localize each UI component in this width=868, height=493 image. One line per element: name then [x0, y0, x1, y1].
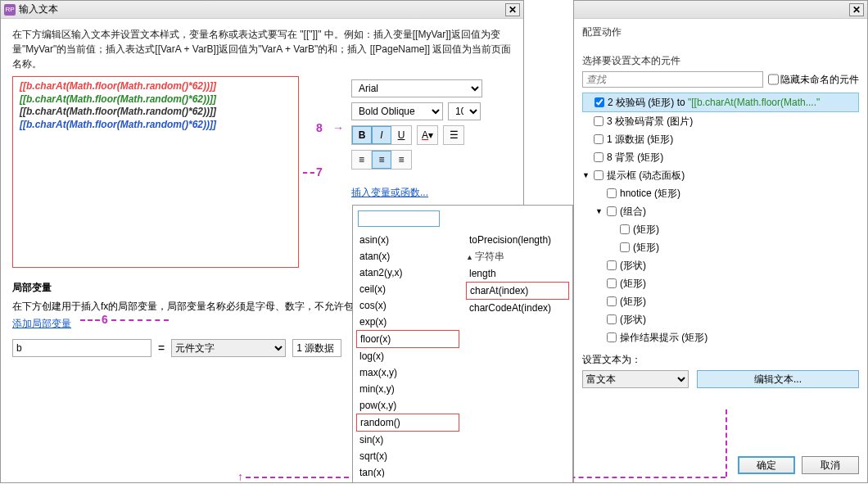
- font-size-select[interactable]: 10.6: [448, 102, 481, 120]
- function-popup: asin(x)atan(x)atan2(y,x)ceil(x)cos(x)exp…: [352, 205, 573, 483]
- close-icon[interactable]: ✕: [505, 3, 520, 16]
- find-row: 隐藏未命名的元件: [574, 71, 867, 93]
- dash-line: [303, 172, 314, 174]
- tree-node[interactable]: 3 校验码背景 (图片): [582, 112, 859, 130]
- fn-item[interactable]: max(x,y): [356, 364, 459, 381]
- select-widget-label: 选择要设置文本的元件: [574, 43, 867, 71]
- font-color-group: A▾: [417, 125, 438, 145]
- fn-item[interactable]: sqrt(x): [356, 448, 459, 464]
- edit-text-button[interactable]: 编辑文本...: [697, 370, 859, 388]
- list-button-group: ☰: [443, 125, 464, 145]
- tree-node[interactable]: (形状): [582, 310, 859, 328]
- fn-item[interactable]: asin(x): [356, 232, 459, 248]
- editor-line: [[b.charAt(Math.floor(Math.random()*62))…: [20, 80, 292, 93]
- fn-item[interactable]: exp(x): [356, 314, 459, 330]
- widget-tree[interactable]: 2 校验码 (矩形) to "[[b.charAt(Math.floor(Mat…: [574, 93, 867, 346]
- fn-list-left[interactable]: asin(x)atan(x)atan2(y,x)ceil(x)cos(x)exp…: [353, 232, 463, 477]
- tree-node[interactable]: (矩形): [582, 238, 859, 256]
- underline-button[interactable]: U: [391, 126, 411, 144]
- title-bar: RP 输入文本 ✕: [1, 1, 523, 19]
- fn-item[interactable]: pow(x,y): [356, 397, 459, 414]
- tree-node[interactable]: (形状): [582, 256, 859, 274]
- fn-search-input[interactable]: [358, 210, 440, 227]
- editor-line: [[b.charAt(Math.floor(Math.random()*62))…: [20, 93, 292, 106]
- find-input[interactable]: [582, 71, 763, 88]
- fn-item[interactable]: sin(x): [356, 432, 459, 448]
- align-center-button[interactable]: ≡: [372, 151, 391, 169]
- dialog-buttons: 确定 取消: [738, 456, 859, 474]
- align-left-button[interactable]: ≡: [352, 151, 372, 169]
- tree-node[interactable]: ▼ (组合): [582, 202, 859, 220]
- align-right-button[interactable]: ≡: [391, 151, 411, 169]
- fn-category[interactable]: ▲字符串: [466, 248, 569, 265]
- fn-item[interactable]: length: [466, 265, 569, 282]
- font-family-select[interactable]: Arial: [351, 79, 482, 97]
- fn-list-right[interactable]: toPrecision(length)▲字符串lengthcharAt(inde…: [463, 232, 572, 477]
- hide-unnamed-checkbox[interactable]: 隐藏未命名的元件: [768, 71, 859, 88]
- set-text-row: 设置文本为： 富文本 编辑文本...: [574, 346, 867, 388]
- bold-button[interactable]: B: [352, 126, 372, 144]
- align-group: ≡ ≡ ≡: [351, 150, 412, 170]
- help-text: 在下方编辑区输入文本并设置文本样式，变量名称或表达式要写在 "[["]]" 中。…: [1, 19, 523, 76]
- tree-node[interactable]: (矩形): [582, 220, 859, 238]
- var-name-input[interactable]: [12, 339, 151, 357]
- tree-node[interactable]: (矩形): [582, 274, 859, 292]
- bullet-list-button[interactable]: ☰: [444, 126, 463, 144]
- add-local-var-link[interactable]: 添加局部变量: [12, 318, 71, 329]
- set-text-label: 设置文本为：: [582, 353, 859, 367]
- editor-line: [[b.charAt(Math.floor(Math.random()*62))…: [20, 119, 292, 132]
- var-type-select[interactable]: 元件文字: [171, 339, 286, 357]
- tree-node[interactable]: 1 源数据 (矩形): [582, 130, 859, 148]
- tree-node[interactable]: hnotice (矩形): [582, 184, 859, 202]
- fn-item[interactable]: min(x,y): [356, 381, 459, 397]
- dash-line: [726, 409, 727, 477]
- cancel-button[interactable]: 取消: [802, 456, 859, 474]
- tree-node[interactable]: 操作结果提示 (矩形): [582, 328, 859, 346]
- ok-button[interactable]: 确定: [738, 456, 795, 474]
- config-action-dialog: ✕ 配置动作 选择要设置文本的元件 隐藏未命名的元件 2 校验码 (矩形) to…: [573, 0, 868, 483]
- close-icon[interactable]: ✕: [849, 3, 864, 16]
- fn-item[interactable]: ceil(x): [356, 281, 459, 297]
- dash-line: [80, 319, 100, 321]
- fn-item[interactable]: toPrecision(length): [466, 232, 569, 248]
- tree-node[interactable]: 2 校验码 (矩形) to "[[b.charAt(Math.floor(Mat…: [582, 93, 859, 112]
- dialog-title: 输入文本: [19, 2, 505, 16]
- fn-item[interactable]: atan2(y,x): [356, 265, 459, 281]
- editor-line: [[b.charAt(Math.floor(Math.random()*62))…: [20, 106, 292, 119]
- fn-item[interactable]: tan(x): [356, 464, 459, 477]
- fn-item[interactable]: cos(x): [356, 297, 459, 314]
- text-type-select[interactable]: 富文本: [582, 370, 689, 388]
- equals-label: =: [158, 341, 165, 355]
- var-source-field[interactable]: 1 源数据: [292, 339, 341, 357]
- tree-node[interactable]: 8 背景 (矩形): [582, 148, 859, 166]
- tree-node[interactable]: (矩形): [582, 292, 859, 310]
- fn-item[interactable]: random(): [356, 414, 459, 432]
- rich-text-editor[interactable]: [[b.charAt(Math.floor(Math.random()*62))…: [12, 76, 299, 268]
- insert-variable-link[interactable]: 插入变量或函数...: [351, 186, 428, 200]
- app-icon: RP: [4, 4, 16, 16]
- fn-item[interactable]: charAt(index): [466, 282, 569, 300]
- fn-item[interactable]: log(x): [356, 348, 459, 364]
- dash-line: [111, 319, 169, 321]
- italic-button[interactable]: I: [372, 126, 391, 144]
- tree-node[interactable]: ▼ 提示框 (动态面板): [582, 166, 859, 184]
- font-weight-select[interactable]: Bold Oblique: [351, 102, 443, 120]
- fn-item[interactable]: charCodeAt(index): [466, 300, 569, 316]
- config-action-label: 配置动作: [574, 19, 867, 43]
- format-panel: Arial Bold Oblique 10.6 B I U A▾ ☰ ≡ ≡ ≡: [351, 79, 491, 205]
- text-style-group: B I U: [351, 125, 412, 145]
- dash-line: [554, 477, 726, 478]
- fn-item[interactable]: floor(x): [356, 330, 459, 348]
- fn-item[interactable]: atan(x): [356, 248, 459, 265]
- font-color-button[interactable]: A▾: [418, 126, 437, 144]
- title-bar-right: ✕: [574, 1, 867, 19]
